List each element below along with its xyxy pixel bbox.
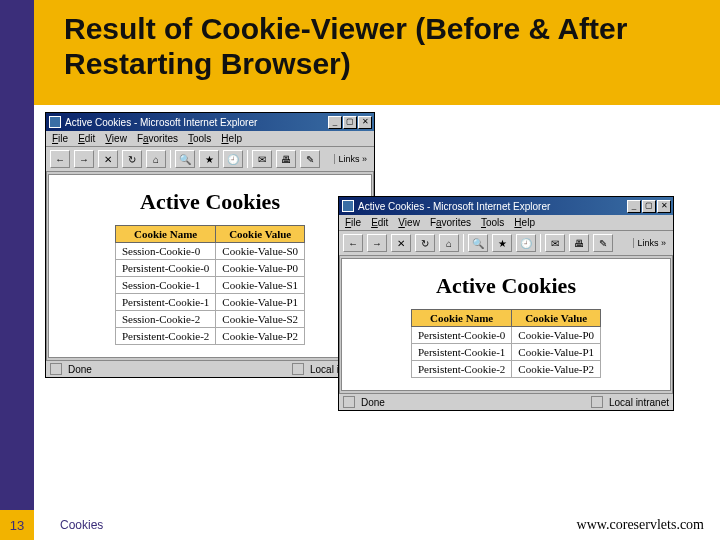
menubar: File Edit View Favorites Tools Help xyxy=(339,215,673,231)
menu-edit[interactable]: Edit xyxy=(371,217,388,228)
col-cookie-name: Cookie Name xyxy=(411,310,511,327)
zone-icon xyxy=(591,396,603,408)
forward-button[interactable]: → xyxy=(74,150,94,168)
page-number: 13 xyxy=(0,510,34,540)
back-button[interactable]: ← xyxy=(343,234,363,252)
cookie-name-cell: Persistent-Cookie-2 xyxy=(115,328,215,345)
links-label[interactable]: Links » xyxy=(633,238,669,248)
favorites-button[interactable]: ★ xyxy=(199,150,219,168)
cookie-value-cell: Cookie-Value-S2 xyxy=(216,311,305,328)
page-icon xyxy=(50,363,62,375)
statusbar: Done Local intranet xyxy=(46,360,374,377)
side-stripe xyxy=(0,0,34,540)
cookie-name-cell: Session-Cookie-2 xyxy=(115,311,215,328)
table-row: Persistent-Cookie-0Cookie-Value-P0 xyxy=(115,260,304,277)
menu-edit[interactable]: Edit xyxy=(78,133,95,144)
toolbar-separator xyxy=(540,234,541,252)
edit-button[interactable]: ✎ xyxy=(300,150,320,168)
search-button[interactable]: 🔍 xyxy=(175,150,195,168)
window-title: Active Cookies - Microsoft Internet Expl… xyxy=(65,117,328,128)
toolbar-separator xyxy=(170,150,171,168)
footer-url: www.coreservlets.com xyxy=(577,517,704,533)
refresh-button[interactable]: ↻ xyxy=(122,150,142,168)
cookie-name-cell: Persistent-Cookie-2 xyxy=(411,361,511,378)
home-button[interactable]: ⌂ xyxy=(439,234,459,252)
history-button[interactable]: 🕘 xyxy=(223,150,243,168)
menu-help[interactable]: Help xyxy=(514,217,535,228)
cookie-value-cell: Cookie-Value-S0 xyxy=(216,243,305,260)
slide-title: Result of Cookie-Viewer (Before & After … xyxy=(64,12,698,81)
browser-window-after: Active Cookies - Microsoft Internet Expl… xyxy=(338,196,674,411)
cookies-table: Cookie Name Cookie Value Persistent-Cook… xyxy=(411,309,601,378)
cookie-name-cell: Persistent-Cookie-0 xyxy=(411,327,511,344)
close-button[interactable]: ✕ xyxy=(358,116,372,129)
table-row: Session-Cookie-1Cookie-Value-S1 xyxy=(115,277,304,294)
window-title: Active Cookies - Microsoft Internet Expl… xyxy=(358,201,627,212)
status-text: Done xyxy=(68,364,92,375)
links-label[interactable]: Links » xyxy=(334,154,370,164)
cookie-name-cell: Session-Cookie-0 xyxy=(115,243,215,260)
zone-icon xyxy=(292,363,304,375)
table-row: Persistent-Cookie-2Cookie-Value-P2 xyxy=(115,328,304,345)
favorites-button[interactable]: ★ xyxy=(492,234,512,252)
cookie-name-cell: Persistent-Cookie-1 xyxy=(411,344,511,361)
table-row: Session-Cookie-0Cookie-Value-S0 xyxy=(115,243,304,260)
refresh-button[interactable]: ↻ xyxy=(415,234,435,252)
menu-help[interactable]: Help xyxy=(221,133,242,144)
print-button[interactable]: 🖶 xyxy=(569,234,589,252)
search-button[interactable]: 🔍 xyxy=(468,234,488,252)
cookie-value-cell: Cookie-Value-S1 xyxy=(216,277,305,294)
title-banner: Result of Cookie-Viewer (Before & After … xyxy=(34,0,720,105)
forward-button[interactable]: → xyxy=(367,234,387,252)
back-button[interactable]: ← xyxy=(50,150,70,168)
ie-icon xyxy=(49,116,61,128)
menu-view[interactable]: View xyxy=(105,133,127,144)
cookie-value-cell: Cookie-Value-P2 xyxy=(216,328,305,345)
cookie-name-cell: Persistent-Cookie-0 xyxy=(115,260,215,277)
minimize-button[interactable]: _ xyxy=(328,116,342,129)
cookie-name-cell: Session-Cookie-1 xyxy=(115,277,215,294)
edit-button[interactable]: ✎ xyxy=(593,234,613,252)
close-button[interactable]: ✕ xyxy=(657,200,671,213)
mail-button[interactable]: ✉ xyxy=(545,234,565,252)
ie-icon xyxy=(342,200,354,212)
titlebar[interactable]: Active Cookies - Microsoft Internet Expl… xyxy=(46,113,374,131)
status-text: Done xyxy=(361,397,385,408)
menu-file[interactable]: File xyxy=(345,217,361,228)
menu-tools[interactable]: Tools xyxy=(481,217,504,228)
cookie-name-cell: Persistent-Cookie-1 xyxy=(115,294,215,311)
maximize-button[interactable]: ▢ xyxy=(642,200,656,213)
cookie-value-cell: Cookie-Value-P1 xyxy=(216,294,305,311)
history-button[interactable]: 🕘 xyxy=(516,234,536,252)
menu-favorites[interactable]: Favorites xyxy=(430,217,471,228)
mail-button[interactable]: ✉ xyxy=(252,150,272,168)
footer-label: Cookies xyxy=(60,518,103,532)
maximize-button[interactable]: ▢ xyxy=(343,116,357,129)
table-row: Session-Cookie-2Cookie-Value-S2 xyxy=(115,311,304,328)
status-zone: Local intranet xyxy=(609,397,669,408)
titlebar[interactable]: Active Cookies - Microsoft Internet Expl… xyxy=(339,197,673,215)
cookie-value-cell: Cookie-Value-P2 xyxy=(512,361,601,378)
table-row: Persistent-Cookie-1Cookie-Value-P1 xyxy=(115,294,304,311)
slide-footer: 13 Cookies www.coreservlets.com xyxy=(0,510,720,540)
print-button[interactable]: 🖶 xyxy=(276,150,296,168)
table-row: Persistent-Cookie-1Cookie-Value-P1 xyxy=(411,344,600,361)
toolbar: ← → ✕ ↻ ⌂ 🔍 ★ 🕘 ✉ 🖶 ✎ Links » xyxy=(339,231,673,256)
statusbar: Done Local intranet xyxy=(339,393,673,410)
cookie-value-cell: Cookie-Value-P0 xyxy=(512,327,601,344)
toolbar: ← → ✕ ↻ ⌂ 🔍 ★ 🕘 ✉ 🖶 ✎ Links » xyxy=(46,147,374,172)
minimize-button[interactable]: _ xyxy=(627,200,641,213)
menu-favorites[interactable]: Favorites xyxy=(137,133,178,144)
table-row: Persistent-Cookie-2Cookie-Value-P2 xyxy=(411,361,600,378)
stop-button[interactable]: ✕ xyxy=(98,150,118,168)
menu-view[interactable]: View xyxy=(398,217,420,228)
stop-button[interactable]: ✕ xyxy=(391,234,411,252)
toolbar-separator xyxy=(463,234,464,252)
page-icon xyxy=(343,396,355,408)
menu-tools[interactable]: Tools xyxy=(188,133,211,144)
menubar: File Edit View Favorites Tools Help xyxy=(46,131,374,147)
cookies-table: Cookie Name Cookie Value Session-Cookie-… xyxy=(115,225,305,345)
browser-window-before: Active Cookies - Microsoft Internet Expl… xyxy=(45,112,375,378)
menu-file[interactable]: File xyxy=(52,133,68,144)
home-button[interactable]: ⌂ xyxy=(146,150,166,168)
